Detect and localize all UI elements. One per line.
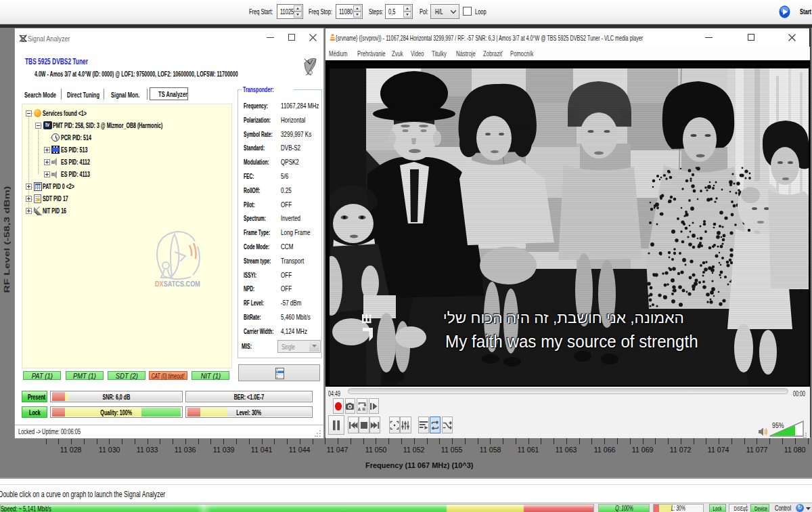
svg-text:B: B [362, 406, 365, 410]
svg-text:DXSATCS.COM: DXSATCS.COM [155, 280, 200, 288]
svg-text:A: A [357, 406, 361, 410]
